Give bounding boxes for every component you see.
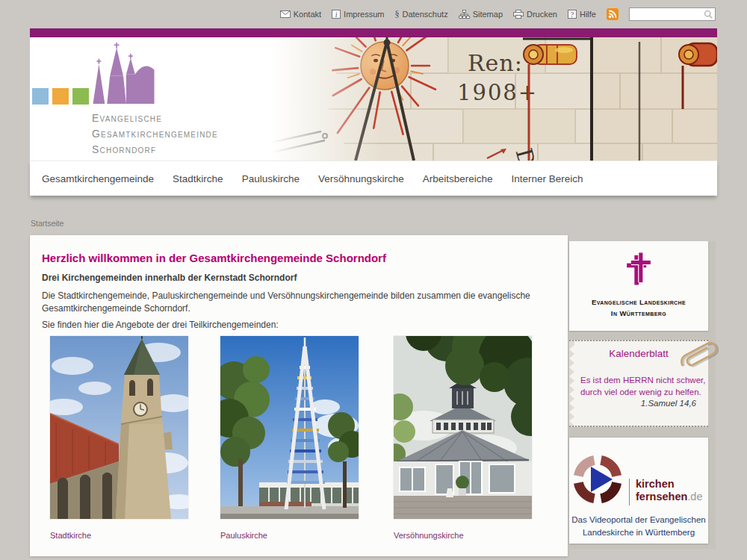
nav-item-arbeitsbereiche[interactable]: Arbeitsbereiche <box>423 173 493 184</box>
breadcrumb: Startseite <box>31 219 63 228</box>
kirchenfernsehen-logo: kirchen fernsehen.de <box>636 478 702 503</box>
topbar-link-drucken[interactable]: Drucken <box>513 10 557 19</box>
stadtkirche-link[interactable]: Stadtkirche <box>50 531 91 540</box>
kalenderblatt-quote-line1: Es ist dem HERRN nicht schwer, <box>580 376 705 385</box>
banner-ren-text: Ren: <box>468 50 523 76</box>
envelope-icon <box>280 10 291 18</box>
logo-churches-icon <box>92 42 155 105</box>
search-box <box>629 7 716 21</box>
kirchenfernsehen-word1: kirchen <box>636 478 702 491</box>
kalenderblatt-widget: Kalenderblatt Es ist dem HERRN nicht sch… <box>569 340 708 427</box>
kirchenfernsehen-tld: .de <box>687 491 702 503</box>
kirchenfernsehen-widget[interactable]: kirchen fernsehen.de Das Videoportal der… <box>569 437 708 544</box>
topbar-link-kontakt[interactable]: Kontakt <box>280 10 321 19</box>
main-navigation: Gesamtkirchengemeinde Stadtkirche Paulus… <box>30 161 717 196</box>
nav-item-pauluskirche[interactable]: Pauluskirche <box>242 173 300 184</box>
site-header: Ren: 1908+ D <box>30 37 717 161</box>
help-icon: ? <box>568 10 577 19</box>
topbar-link-sitemap[interactable]: Sitemap <box>459 10 503 19</box>
landeskirche-line1: Evangelische Landeskirche <box>569 296 708 308</box>
videoportal-caption-line2: Landeskirche in Württemberg <box>569 528 708 537</box>
topbar-link-label: Datenschutz <box>403 10 448 19</box>
topbar-link-label: Drucken <box>527 10 557 19</box>
pauluskirche-link[interactable]: Pauluskirche <box>220 531 267 540</box>
accent-bar <box>30 28 717 37</box>
nav-item-interner-bereich[interactable]: Interner Bereich <box>512 173 583 184</box>
topbar-link-label: Impressum <box>344 10 384 19</box>
rss-icon[interactable] <box>607 8 619 20</box>
play-icon <box>572 454 623 505</box>
logo-text-line3: Schorndorf <box>92 142 218 158</box>
nav-item-versoehnungskirche[interactable]: Versöhnungskirche <box>318 173 404 184</box>
topbar-link-impressum[interactable]: i Impressum <box>332 10 384 19</box>
main-content: Herzlich willkommen in der Gesamtkirchen… <box>30 235 568 556</box>
page: Kontakt i Impressum § Datenschutz Sitema… <box>0 0 747 560</box>
search-icon <box>704 10 713 21</box>
logo-text-line2: Gesamtkirchengemeinde <box>92 126 218 142</box>
topbar-link-label: Sitemap <box>473 10 503 19</box>
page-subtitle: Drei Kirchengemeinden innerhalb der Kern… <box>42 273 297 283</box>
topbar-link-datenschutz[interactable]: § Datenschutz <box>395 9 448 20</box>
kirchenfernsehen-divider <box>629 479 630 505</box>
header-banner-image: Ren: 1908+ D <box>224 37 717 161</box>
landeskirche-label: Evangelische Landeskirche In Württemberg <box>569 296 708 319</box>
nav-item-gesamtkirchengemeinde[interactable]: Gesamtkirchengemeinde <box>42 173 154 184</box>
logo-text-line1: Evangelische <box>92 111 218 126</box>
versoehnungskirche-image[interactable] <box>394 336 532 519</box>
printer-icon <box>513 10 524 19</box>
stadtkirche-image[interactable] <box>50 336 188 519</box>
intro-paragraph: Die Stadtkirchengemeinde, Pauluskircheng… <box>42 290 551 315</box>
kirchenfernsehen-word2: fernsehen <box>636 491 687 503</box>
topbar-link-hilfe[interactable]: ? Hilfe <box>568 10 596 19</box>
logo-squares <box>32 88 89 105</box>
paragraph-icon: § <box>395 9 400 20</box>
versoehnungskirche-link[interactable]: Versöhnungskirche <box>394 531 464 540</box>
topbar: Kontakt i Impressum § Datenschutz Sitema… <box>280 7 716 21</box>
sitemap-icon <box>459 10 470 19</box>
info-icon: i <box>332 10 341 19</box>
nav-item-stadtkirche[interactable]: Stadtkirche <box>173 173 223 184</box>
sidebar: Evangelische Landeskirche In Württemberg… <box>569 241 716 549</box>
landeskirche-line2: In Württemberg <box>569 308 708 319</box>
site-logo[interactable]: Evangelische Gesamtkirchengemeinde Schor… <box>92 111 218 158</box>
listing-hint-paragraph: Sie finden hier die Angebote der drei Te… <box>42 320 551 330</box>
landeskirche-cross-icon <box>626 252 651 286</box>
page-title: Herzlich willkommen in der Gesamtkirchen… <box>42 252 386 264</box>
search-input[interactable] <box>630 8 715 20</box>
videoportal-caption-line1: Das Videoportal der Evangelischen <box>569 515 708 524</box>
kalenderblatt-quote-line2: durch viel oder wenig zu helfen. <box>580 388 701 396</box>
topbar-link-label: Hilfe <box>580 10 596 19</box>
kirchenfernsehen-word2-row: fernsehen.de <box>636 491 702 503</box>
pauluskirche-image[interactable] <box>220 336 359 519</box>
kalenderblatt-source: 1.Samuel 14,6 <box>641 399 696 408</box>
topbar-link-label: Kontakt <box>294 10 321 19</box>
banner-year-text: 1908+ <box>457 80 538 105</box>
landeskirche-widget[interactable]: Evangelische Landeskirche In Württemberg <box>569 241 708 331</box>
